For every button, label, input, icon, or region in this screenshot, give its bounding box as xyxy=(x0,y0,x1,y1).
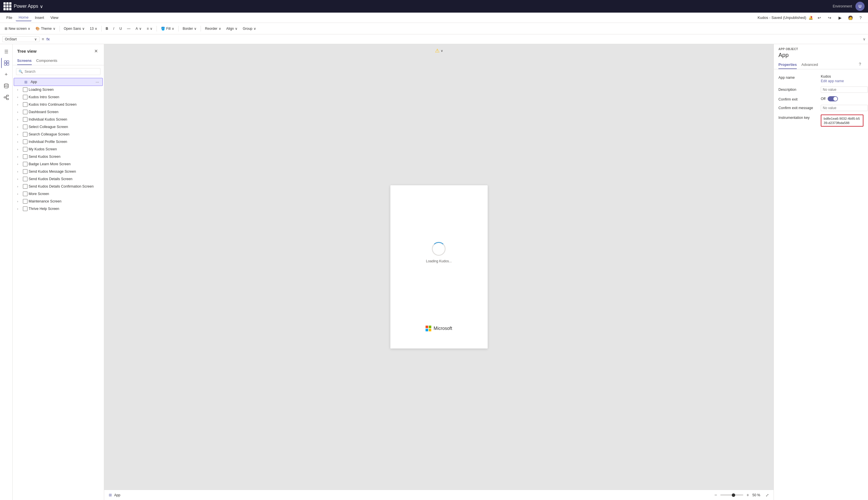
top-bar: Power Apps ∨ Environment U xyxy=(0,0,868,13)
underline-button[interactable]: U xyxy=(117,25,124,32)
italic-button[interactable]: / xyxy=(111,25,117,32)
tab-properties[interactable]: Properties xyxy=(778,61,797,69)
send-kudos-conf-label: Send Kudos Details Confirmation Screen xyxy=(28,184,96,189)
border-button[interactable]: Border ∨ xyxy=(180,25,199,32)
help-icon[interactable]: ? xyxy=(857,61,864,68)
svg-rect-6 xyxy=(7,95,9,96)
individual-profile-chevron: › xyxy=(17,140,22,144)
svg-point-4 xyxy=(4,84,8,86)
group-button[interactable]: Group ∨ xyxy=(241,25,258,32)
menu-home[interactable]: Home xyxy=(16,14,32,21)
hamburger-icon[interactable]: ☰ xyxy=(1,46,11,57)
tab-advanced[interactable]: Advanced xyxy=(801,61,818,69)
tree-item-maintenance[interactable]: › Maintenance Screen ··· xyxy=(13,197,104,205)
theme-button[interactable]: 🎨 Theme ∨ xyxy=(33,25,58,32)
kudos-intro-cont-label: Kudos Intro Continued Screen xyxy=(28,103,96,106)
help-button[interactable]: ? xyxy=(857,14,865,22)
new-screen-chevron: ∨ xyxy=(28,27,30,31)
screens-icon[interactable] xyxy=(1,58,11,68)
tree-item-individual-kudos[interactable]: › Individual Kudos Screen ··· xyxy=(13,116,104,123)
warning-chevron[interactable]: ∨ xyxy=(441,49,443,53)
formula-bar: OnStart ∨ = fx ∨ xyxy=(0,34,868,44)
dashboard-label: Dashboard Screen xyxy=(28,110,96,114)
bold-button[interactable]: B xyxy=(103,25,110,32)
app-item-menu-icon[interactable]: ··· xyxy=(96,80,99,84)
fullscreen-icon[interactable]: ⤢ xyxy=(765,493,769,497)
zoom-out-button[interactable]: − xyxy=(713,492,719,498)
fill-button[interactable]: 🪣 Fill ∨ xyxy=(159,25,177,32)
add-icon[interactable]: + xyxy=(1,69,11,80)
formula-expand-icon[interactable]: ∨ xyxy=(863,37,866,41)
tree-item-loading[interactable]: › Loading Screen ··· xyxy=(13,86,104,93)
instrumentation-key-box[interactable]: bd8e1ea6-9032-4b85-b539-d2373fbda588 xyxy=(821,115,864,127)
strikethrough-label: — xyxy=(127,27,130,31)
search-box: 🔍 xyxy=(16,68,101,75)
waffle-icon[interactable] xyxy=(3,2,11,10)
tree-item-app[interactable]: ⊞ App ··· xyxy=(14,78,103,86)
align-button[interactable]: ≡ ∨ xyxy=(144,25,155,32)
tree-item-kudos-intro[interactable]: › Kudos Intro Screen ··· xyxy=(13,93,104,101)
ms-logo: Microsoft xyxy=(425,326,452,331)
tab-screens[interactable]: Screens xyxy=(17,57,32,65)
align-right-chevron: ∨ xyxy=(235,27,237,31)
zoom-in-button[interactable]: + xyxy=(745,492,751,498)
play-button[interactable]: ▶ xyxy=(836,14,844,22)
new-screen-button[interactable]: ⊞ New screen ∨ xyxy=(2,25,33,32)
formula-fx-button[interactable]: fx xyxy=(46,37,50,41)
right-panel: APP OBJECT App Properties Advanced ? App… xyxy=(774,44,868,500)
menu-insert[interactable]: Insert xyxy=(32,14,47,21)
confirm-exit-switch[interactable] xyxy=(828,96,838,101)
tree-item-send-kudos[interactable]: › Send Kudos Screen ··· xyxy=(13,153,104,160)
share-button[interactable]: 🧑 xyxy=(846,14,854,22)
ms-squares-icon xyxy=(425,326,431,331)
tree-item-badge-learn[interactable]: › Badge Learn More Screen ··· xyxy=(13,160,104,168)
reorder-button[interactable]: Reorder ∨ xyxy=(203,25,223,32)
badge-learn-chevron: › xyxy=(17,163,22,166)
redo-button[interactable]: ↪ xyxy=(826,14,834,22)
strikethrough-button[interactable]: — xyxy=(125,25,133,32)
prop-app-name: App name Kudos Edit app name xyxy=(774,73,868,85)
tree-item-kudos-intro-cont[interactable]: › Kudos Intro Continued Screen ··· xyxy=(13,101,104,108)
zoom-slider[interactable] xyxy=(720,495,743,496)
align-btn[interactable]: Align ∨ xyxy=(224,25,240,32)
tree-item-more[interactable]: › More Screen ··· xyxy=(13,190,104,197)
menu-file[interactable]: File xyxy=(3,14,15,21)
tree-item-dashboard[interactable]: › Dashboard Screen ··· xyxy=(13,108,104,116)
tree-panel-close-button[interactable]: ✕ xyxy=(92,47,99,54)
search-input[interactable] xyxy=(25,70,98,73)
search-icon: 🔍 xyxy=(19,70,23,73)
tree-item-send-kudos-msg[interactable]: › Send Kudos Message Screen ··· xyxy=(13,168,104,175)
size-label: 13 xyxy=(90,27,94,31)
more-label: More Screen xyxy=(28,192,96,196)
my-kudos-icon xyxy=(23,147,27,151)
send-kudos-icon xyxy=(23,154,27,159)
size-selector[interactable]: 13 ∨ xyxy=(87,25,99,32)
app-name[interactable]: Power Apps ∨ xyxy=(14,4,43,9)
tree-item-select-colleague[interactable]: › Select Colleague Screen ··· xyxy=(13,123,104,130)
components-icon[interactable] xyxy=(1,92,11,103)
tree-item-send-kudos-conf[interactable]: › Send Kudos Details Confirmation Screen… xyxy=(13,183,104,190)
font-selector[interactable]: Open Sans ∨ xyxy=(61,25,87,32)
description-input[interactable] xyxy=(821,87,868,93)
app-item-label: App xyxy=(31,80,94,84)
send-kudos-details-icon xyxy=(23,177,27,181)
tree-item-thrive-help[interactable]: › Thrive Help Screen ··· xyxy=(13,205,104,213)
property-selector[interactable]: OnStart ∨ xyxy=(2,36,39,42)
edit-app-name-link[interactable]: Edit app name xyxy=(821,79,864,83)
notification-badge[interactable]: 🔔 xyxy=(808,15,813,20)
menu-view[interactable]: View xyxy=(47,14,61,21)
kudos-intro-label: Kudos Intro Screen xyxy=(28,95,96,99)
database-icon[interactable] xyxy=(1,81,11,91)
font-color-button[interactable]: A ∨ xyxy=(133,25,144,32)
undo-button[interactable]: ↩ xyxy=(816,14,823,22)
tree-item-my-kudos[interactable]: › My Kudos Screen ··· xyxy=(13,146,104,153)
tree-item-send-kudos-details[interactable]: › Send Kudos Details Screen ··· xyxy=(13,175,104,183)
font-chevron: ∨ xyxy=(82,27,85,31)
tab-components[interactable]: Components xyxy=(36,57,58,65)
formula-input[interactable] xyxy=(52,37,860,42)
avatar[interactable]: U xyxy=(855,2,865,11)
loading-label: Loading Screen xyxy=(28,88,96,92)
tree-item-individual-profile[interactable]: › Individual Profile Screen ··· xyxy=(13,138,104,146)
confirm-exit-msg-input[interactable] xyxy=(821,105,868,111)
tree-item-search-colleague[interactable]: › Search Colleague Screen ··· xyxy=(13,130,104,138)
